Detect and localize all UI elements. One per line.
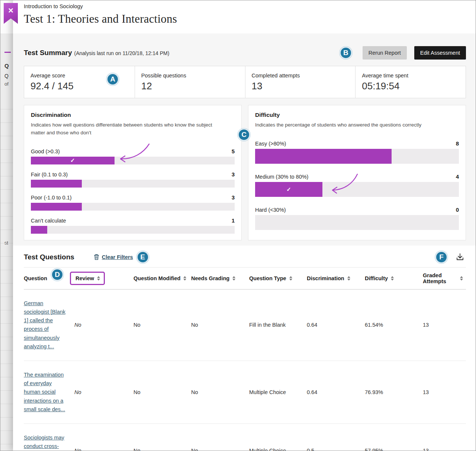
bar-fill: ✓ (255, 182, 322, 197)
col-header-question-type[interactable]: Question Type (249, 271, 307, 286)
cell-review: No (74, 448, 134, 451)
col-header-needs-grading[interactable]: Needs Grading (191, 271, 249, 286)
close-icon: × (8, 6, 13, 15)
bar-count: 5 (232, 148, 235, 154)
rerun-report-button[interactable]: Rerun Report (363, 46, 407, 60)
download-icon (456, 253, 464, 262)
annotation-badge-e: E (136, 251, 149, 263)
cell-question-type: Multiple Choice (249, 448, 307, 451)
question-link[interactable]: The examination of everyday human social… (24, 371, 67, 414)
sort-icon[interactable] (97, 276, 100, 281)
sort-icon[interactable] (347, 276, 350, 281)
stat-value: 05:19:54 (362, 80, 460, 92)
cell-question-type: Fill in the Blank (249, 322, 307, 328)
check-icon: ✓ (286, 186, 291, 193)
background-accent-bar (4, 52, 11, 53)
review-column-highlight: Review (70, 272, 105, 285)
discrimination-panel: Discrimination Indicates how well questi… (24, 105, 242, 240)
annotation-badge-d: D (51, 268, 64, 281)
cell-question-modified: No (134, 448, 191, 451)
stat-value: 12 (141, 80, 239, 92)
summary-stats-card: Average score 92.4 / 145 Possible questi… (24, 66, 466, 98)
background-text-fragment: Q (4, 63, 9, 69)
cell-needs-grading: No (191, 389, 249, 395)
download-report-button[interactable] (454, 251, 466, 263)
test-summary-section: Test Summary(Analysis last run on 11/20/… (13, 33, 476, 246)
bar-fill (31, 203, 82, 211)
bar-count: 1 (232, 217, 235, 224)
bar-fill (31, 180, 82, 188)
cell-difficulty: 61.54% (365, 322, 423, 328)
bar-count: 3 (232, 194, 235, 201)
cell-review: No (74, 322, 134, 328)
difficulty-panel: Difficulty Indicates the percentage of s… (248, 105, 466, 240)
bar-count: 8 (456, 140, 459, 147)
cell-question-type: Multiple Choice (249, 389, 307, 395)
table-row: German sociologist [Blank 1] called the … (24, 290, 466, 361)
bar-hard: Hard (<30%) 0 (255, 207, 459, 230)
col-label: Review (75, 275, 94, 281)
annotation-badge-c: C (238, 128, 250, 141)
bar-fill (31, 226, 47, 234)
bar-count: 4 (456, 173, 459, 180)
annotation-badge-b: B (340, 47, 352, 59)
check-icon: ✓ (70, 157, 75, 164)
sort-icon[interactable] (232, 276, 235, 281)
sort-icon[interactable] (460, 276, 463, 281)
difficulty-title: Difficulty (255, 112, 459, 118)
col-header-discrimination[interactable]: Discrimination (307, 271, 365, 286)
cell-discrimination: 0.5 (307, 448, 365, 451)
bar-good: Good (>0.3) 5 ✓ (31, 148, 235, 164)
stat-label: Possible questions (141, 73, 239, 79)
question-link[interactable]: German sociologist [Blank 1] called the … (24, 299, 67, 351)
bar-label: Can't calculate (31, 218, 66, 224)
table-row: The examination of everyday human social… (24, 361, 466, 424)
col-label: Discrimination (307, 275, 344, 281)
edit-assessment-button[interactable]: Edit Assessment (414, 46, 466, 60)
bar-label: Fair (0.1 to 0.3) (31, 172, 68, 177)
bar-fill (255, 149, 392, 164)
cell-graded-attempts: 13 (423, 448, 466, 451)
stat-completed-attempts: Completed attempts 13 (245, 66, 356, 98)
col-header-question[interactable]: Question (24, 271, 74, 286)
cell-needs-grading: No (191, 448, 249, 451)
bar-fill: ✓ (31, 157, 115, 164)
bar-track (255, 149, 459, 164)
difficulty-description: Indicates the percentage of students who… (255, 121, 445, 129)
bar-label: Poor (-1.0 to 0.1) (31, 195, 72, 201)
annotation-badge-a: A (106, 73, 119, 86)
col-header-review[interactable]: Review (74, 268, 134, 289)
col-header-graded-attempts[interactable]: Graded Attempts (423, 268, 466, 289)
panel-header: Introduction to Sociology Test 1: Theori… (13, 0, 476, 33)
cell-difficulty: 57.95% (365, 448, 423, 451)
test-questions-section: Test Questions Clear Filters E F (13, 246, 476, 451)
summary-heading-text: Test Summary (24, 49, 72, 57)
cell-discrimination: 0.64 (307, 322, 365, 328)
breadcrumb-course: Introduction to Sociology (24, 3, 466, 9)
sort-icon[interactable] (183, 276, 186, 281)
analysis-last-run: (Analysis last run on 11/20/18, 12:14 PM… (74, 50, 170, 56)
stat-label: Average time spent (362, 73, 460, 79)
stat-label: Completed attempts (252, 73, 350, 79)
questions-table: Question Review Question Modified Needs … (24, 267, 466, 451)
cell-graded-attempts: 13 (423, 322, 466, 328)
bar-label: Good (>0.3) (31, 148, 60, 154)
discrimination-description: Indicates how well questions differentia… (31, 121, 221, 137)
bar-label: Medium (30% to 80%) (255, 174, 308, 180)
col-label: Difficulty (365, 275, 388, 281)
bar-medium: Medium (30% to 80%) 4 ✓ (255, 173, 459, 197)
col-header-question-modified[interactable]: Question Modified (134, 271, 191, 286)
background-text-fragment: of (4, 81, 9, 87)
clear-filters-link[interactable]: Clear Filters (102, 254, 133, 260)
cell-discrimination: 0.64 (307, 389, 365, 395)
cell-difficulty: 76.93% (365, 389, 423, 395)
col-header-difficulty[interactable]: Difficulty (365, 271, 423, 286)
bar-cant-calculate: Can't calculate 1 (31, 217, 235, 234)
sort-icon[interactable] (391, 276, 394, 281)
col-label: Question Modified (134, 275, 180, 281)
question-link[interactable]: Sociologists may conduct cross-cultural … (24, 434, 67, 451)
col-label: Needs Grading (191, 275, 229, 281)
col-label: Graded Attempts (423, 272, 457, 284)
sort-icon[interactable] (289, 276, 292, 281)
stat-possible-questions: Possible questions 12 (135, 66, 245, 98)
